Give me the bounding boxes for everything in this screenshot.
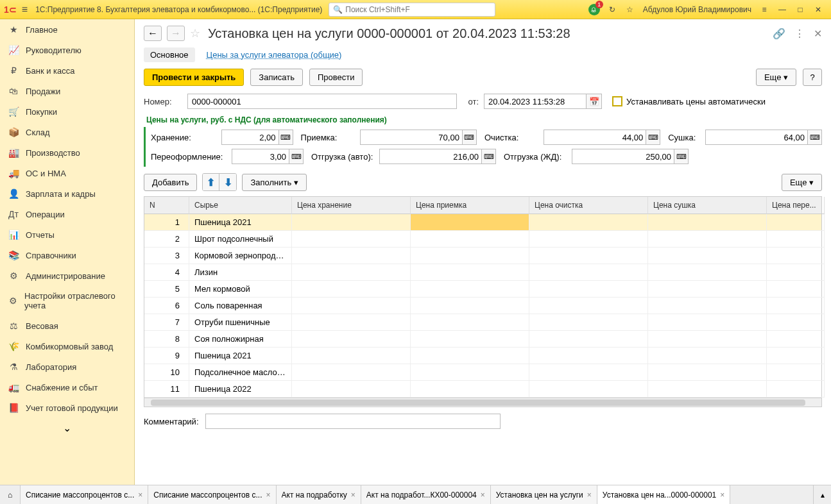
reform-input[interactable] (232, 149, 289, 164)
sidebar-item[interactable]: ⚙Настройки отраслевого учета (0, 286, 134, 315)
sidebar-item[interactable]: 🛒Покупки (0, 101, 134, 122)
column-header[interactable]: Цена пере... (767, 197, 825, 214)
more-vertical-icon[interactable]: ⋮ (794, 28, 805, 40)
home-tab-icon[interactable]: ⌂ (0, 485, 21, 504)
sidebar-item[interactable]: 📕Учет готовой продукции (0, 398, 134, 418)
window-tab[interactable]: Списание массопроцентов с...× (148, 485, 276, 504)
tab-close-icon[interactable]: × (138, 491, 142, 500)
fill-button[interactable]: Заполнить ▾ (242, 174, 306, 191)
sidebar-item[interactable]: ₽Банк и касса (0, 60, 134, 81)
sidebar-expand-icon[interactable]: ⌄ (0, 418, 134, 438)
sidebar-item[interactable]: ★Главное (0, 19, 134, 40)
auto-prices-checkbox[interactable] (612, 96, 622, 106)
minimize-icon[interactable]: — (775, 3, 789, 17)
intake-input[interactable] (360, 130, 463, 145)
search-input[interactable] (345, 5, 491, 14)
sidebar-item[interactable]: 📦Склад (0, 122, 134, 142)
calc-icon[interactable]: ⌨ (279, 130, 293, 145)
window-tab[interactable]: Списание массопроцентов с...× (21, 485, 148, 504)
tab-prices-link[interactable]: Цены за услуги элеватора (общие) (207, 47, 342, 62)
tabs-overflow-icon[interactable]: ▴ (813, 485, 831, 504)
table-row[interactable]: 5Мел кормовой (144, 281, 821, 298)
tab-close-icon[interactable]: × (587, 491, 592, 500)
ship-auto-input[interactable] (379, 149, 482, 164)
table-row[interactable]: 1Пшеница 2021 (144, 214, 821, 231)
tab-close-icon[interactable]: × (266, 491, 271, 500)
horizontal-scrollbar[interactable] (144, 398, 821, 407)
calc-icon[interactable]: ⌨ (646, 130, 660, 145)
calc-icon[interactable]: ⌨ (463, 130, 477, 145)
favorite-icon[interactable]: ☆ (623, 3, 637, 17)
post-button[interactable]: Провести (309, 69, 363, 86)
comment-input[interactable] (205, 414, 501, 429)
table-row[interactable]: 4Лизин (144, 264, 821, 281)
tab-main[interactable]: Основное (144, 47, 195, 62)
calc-icon[interactable]: ⌨ (289, 149, 304, 164)
table-row[interactable]: 9Пшеница 2021 (144, 348, 821, 364)
table-row[interactable]: 8Соя полножирная (144, 331, 821, 348)
ship-rail-input[interactable] (572, 149, 674, 164)
tab-close-icon[interactable]: × (481, 491, 485, 500)
history-icon[interactable]: ↻ (605, 3, 619, 17)
add-row-button[interactable]: Добавить (144, 174, 197, 191)
dry-input[interactable] (705, 130, 808, 145)
sidebar-item[interactable]: 🚚ОС и НМА (0, 163, 134, 183)
nav-forward-button[interactable]: → (167, 26, 185, 41)
sidebar-item[interactable]: 🛍Продажи (0, 81, 134, 101)
tab-close-icon[interactable]: × (351, 491, 356, 500)
sidebar-item[interactable]: ДтОперации (0, 204, 134, 224)
window-tab[interactable]: Установка цен на...0000-000001× (597, 485, 730, 504)
column-header[interactable]: Цена сушка (648, 197, 767, 214)
save-button[interactable]: Записать (250, 69, 303, 86)
star-icon[interactable]: ☆ (190, 26, 200, 40)
window-tab[interactable]: Установка цен на услуги× (491, 485, 597, 504)
more-button[interactable]: Еще ▾ (756, 69, 796, 86)
sidebar-item[interactable]: 🚛Снабжение и сбыт (0, 377, 134, 398)
number-input[interactable] (187, 94, 457, 109)
close-tab-icon[interactable]: ✕ (814, 28, 822, 40)
window-tab[interactable]: Акт на подработку× (277, 485, 361, 504)
user-menu-icon[interactable]: ≡ (757, 3, 771, 17)
column-header[interactable]: Цена приемка (411, 197, 529, 214)
calc-icon[interactable]: ⌨ (808, 130, 822, 145)
window-tab[interactable]: Акт на подработ...КХ00-000004× (361, 485, 491, 504)
sidebar-item[interactable]: 📈Руководителю (0, 40, 134, 60)
sidebar-item[interactable]: 🌾Комбикормовый завод (0, 336, 134, 357)
calendar-icon[interactable]: 📅 (587, 94, 602, 109)
table-row[interactable]: 10Подсолнечное масло… (144, 364, 821, 381)
menu-icon[interactable]: ≡ (22, 4, 28, 15)
table-row[interactable]: 6Соль поваренная (144, 298, 821, 314)
clean-input[interactable] (544, 130, 646, 145)
column-header[interactable]: N (144, 197, 189, 214)
table-row[interactable]: 7Отруби пшеничные (144, 314, 821, 331)
sidebar-item[interactable]: ⚖Весовая (0, 315, 134, 336)
link-icon[interactable]: 🔗 (773, 28, 785, 40)
table-more-button[interactable]: Еще ▾ (782, 174, 822, 191)
calc-icon[interactable]: ⌨ (482, 149, 496, 164)
column-header[interactable]: Сырье (189, 197, 292, 214)
date-input[interactable] (484, 94, 587, 109)
sidebar-item[interactable]: 📊Отчеты (0, 224, 134, 245)
table-row[interactable]: 2Шрот подсолнечный (144, 231, 821, 248)
column-header[interactable]: Цена хранение (292, 197, 411, 214)
post-and-close-button[interactable]: Провести и закрыть (144, 69, 244, 86)
user-name[interactable]: Абдулов Юрий Владимирович (643, 5, 751, 14)
move-down-button[interactable]: ⬇ (219, 174, 236, 190)
tab-close-icon[interactable]: × (720, 491, 724, 500)
sidebar-item[interactable]: 👤Зарплата и кадры (0, 183, 134, 204)
sidebar-item[interactable]: 📚Справочники (0, 245, 134, 265)
search-box[interactable]: 🔍 (329, 3, 495, 17)
sidebar-item[interactable]: 🏭Производство (0, 142, 134, 163)
notifications-icon[interactable]: 🕭 1 (587, 3, 601, 17)
table-row[interactable]: 11Пшеница 2022 (144, 381, 821, 398)
close-icon[interactable]: ✕ (811, 3, 825, 17)
nav-back-button[interactable]: ← (144, 26, 162, 41)
move-up-button[interactable]: ⬆ (203, 174, 219, 190)
sidebar-item[interactable]: ⚗Лаборатория (0, 357, 134, 377)
calc-icon[interactable]: ⌨ (674, 149, 689, 164)
sidebar-item[interactable]: ⚙Администрирование (0, 265, 134, 286)
storage-input[interactable] (221, 130, 279, 145)
maximize-icon[interactable]: □ (793, 3, 807, 17)
column-header[interactable]: Цена очистка (529, 197, 648, 214)
table-row[interactable]: 3Кормовой зернопрод… (144, 248, 821, 264)
